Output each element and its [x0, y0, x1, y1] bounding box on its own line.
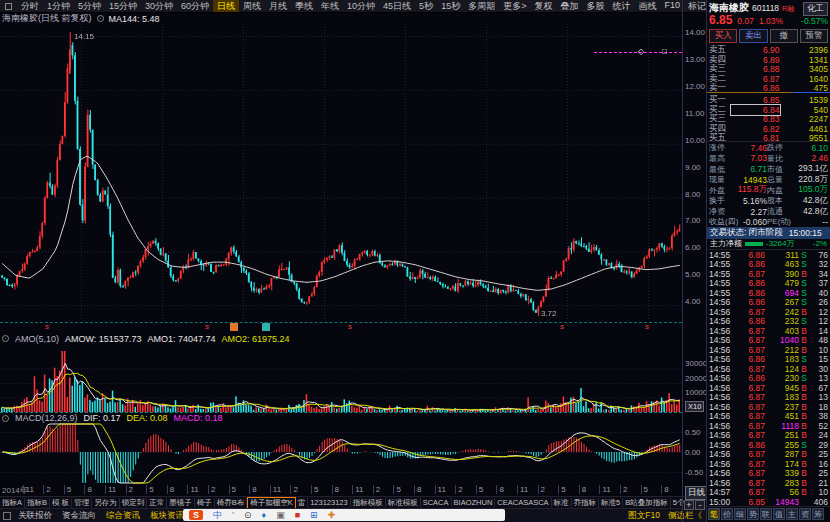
- order-book-row[interactable]: 卖五6.902396: [709, 44, 828, 54]
- zoom-in-button[interactable]: +: [684, 500, 694, 510]
- amo-name[interactable]: AMO(5,10): [15, 334, 59, 344]
- amo-volume-chart[interactable]: [0, 346, 682, 412]
- period-tab[interactable]: 多周期: [464, 0, 499, 13]
- annotation-square-handle[interactable]: □: [662, 47, 667, 56]
- tick-row[interactable]: 14:566.871118B52: [709, 421, 828, 431]
- apps-icon[interactable]: ⊞: [310, 510, 318, 520]
- tick-row[interactable]: 14:556.86479S37: [709, 278, 828, 288]
- period-tab[interactable]: 15分钟: [105, 0, 141, 13]
- mic-icon[interactable]: ♦: [262, 510, 267, 520]
- template-tab[interactable]: 标准5: [599, 498, 623, 508]
- order-book-row[interactable]: 卖三6.883405: [709, 63, 828, 73]
- tick-row[interactable]: 14:556.86311S76: [709, 250, 828, 260]
- tick-row[interactable]: 14:566.87242B12: [709, 307, 828, 317]
- tick-row[interactable]: 14:556.87390B34: [709, 269, 828, 279]
- template-tab[interactable]: 正常: [147, 498, 167, 508]
- skin-icon[interactable]: ■: [295, 510, 300, 520]
- tick-row[interactable]: 14:566.87251B24: [709, 430, 828, 440]
- alert-button[interactable]: 预警: [800, 29, 828, 43]
- panel-tab[interactable]: 笔: [708, 508, 720, 520]
- tick-row[interactable]: 14:566.87283B21: [709, 478, 828, 488]
- template-tab[interactable]: 乔指标: [572, 498, 600, 508]
- template-tab[interactable]: B站叠加指标: [623, 498, 671, 508]
- cancel-button[interactable]: 撤: [770, 29, 798, 43]
- period-tab[interactable]: 日线: [213, 0, 239, 13]
- sell-button[interactable]: 卖出: [739, 29, 767, 43]
- panel-tab[interactable]: 主: [786, 508, 798, 520]
- period-tab[interactable]: 季线: [291, 0, 317, 13]
- panel-tab[interactable]: 值: [773, 508, 785, 520]
- tick-row[interactable]: 14:556.86694S40: [709, 288, 828, 298]
- amo-gear-icon[interactable]: [2, 335, 9, 342]
- input-method-toolbar[interactable]: S中’⊙♦▣■⊞✚: [183, 509, 505, 521]
- tick-row[interactable]: 14:566.871040B48: [709, 335, 828, 345]
- template-tab[interactable]: 椅乔B布: [215, 498, 248, 508]
- order-book-row[interactable]: 买三6.832247: [709, 113, 828, 123]
- template-tab[interactable]: 锁定到: [120, 498, 148, 508]
- template-tab[interactable]: 标准: [552, 498, 572, 508]
- template-tab[interactable]: 椅子: [195, 498, 215, 508]
- screenshot-icon[interactable]: ▣: [276, 510, 285, 520]
- tool-多股[interactable]: 多股: [582, 0, 608, 13]
- tick-row[interactable]: 14:566.86255S29: [709, 440, 828, 450]
- template-tab[interactable]: 指标A: [0, 498, 25, 508]
- template-tab[interactable]: 管理: [72, 498, 92, 508]
- tick-list[interactable]: 14:556.86311S7614:556.86463S3214:556.873…: [707, 249, 830, 506]
- period-tab[interactable]: 10分钟: [343, 0, 379, 13]
- tick-row[interactable]: 14:566.87124B30: [709, 364, 828, 374]
- candlestick-chart[interactable]: [0, 24, 682, 320]
- tick-row[interactable]: 14:566.87212B10: [709, 345, 828, 355]
- macd-name[interactable]: MACD(12,26,9): [15, 413, 78, 423]
- period-tab[interactable]: 月线: [265, 0, 291, 13]
- annotation-diamond-handle[interactable]: ◇: [638, 47, 644, 56]
- tick-row[interactable]: 14:576.8756B10: [709, 487, 828, 497]
- period-more[interactable]: 更多>: [499, 0, 530, 13]
- period-tab[interactable]: 45日线: [379, 0, 415, 13]
- macd-gear-icon[interactable]: [2, 415, 9, 422]
- tool-统计[interactable]: 统计: [608, 0, 634, 13]
- template-tab[interactable]: 另存为: [92, 498, 120, 508]
- template-tab[interactable]: BIAOZHUN: [452, 498, 496, 507]
- tick-row[interactable]: 14:566.87945B67: [709, 383, 828, 393]
- tool-F10[interactable]: F10: [660, 0, 684, 13]
- indicator-gear-icon[interactable]: [97, 15, 104, 22]
- template-tab[interactable]: 雷: [296, 498, 309, 508]
- period-tab[interactable]: 30分钟: [141, 0, 177, 13]
- tool-叠加[interactable]: 叠加: [556, 0, 582, 13]
- tick-row[interactable]: 14:566.87451B38: [709, 411, 828, 421]
- template-tab[interactable]: CEACASASCA: [495, 498, 551, 507]
- panel-tab[interactable]: 势: [747, 508, 759, 520]
- template-tab[interactable]: 指标B: [25, 498, 50, 508]
- tool-复权[interactable]: 复权: [530, 0, 556, 13]
- period-tab[interactable]: 分时: [17, 0, 43, 13]
- lang-icon[interactable]: 中: [213, 510, 222, 520]
- layout-grid-icon[interactable]: [3, 512, 11, 520]
- status-right-link[interactable]: 图文F10: [628, 510, 660, 522]
- tick-row[interactable]: 14:566.86183S15: [709, 354, 828, 364]
- period-tab[interactable]: 15秒: [437, 0, 464, 13]
- status-link[interactable]: 关联报价: [14, 510, 56, 522]
- tick-row[interactable]: 14:566.87403B14: [709, 326, 828, 336]
- status-link[interactable]: 板块资讯: [146, 510, 188, 522]
- template-tab[interactable]: SCACA: [421, 498, 452, 507]
- buy-button[interactable]: 买入: [709, 29, 737, 43]
- main-net-flow-row[interactable]: 主力净额 -3264万 -2%: [707, 239, 830, 249]
- template-tab[interactable]: 指标模板: [351, 498, 386, 508]
- period-tab[interactable]: 1分钟: [43, 0, 74, 13]
- order-book-row[interactable]: 卖四6.891341: [709, 54, 828, 64]
- status-link[interactable]: 综合资讯: [102, 510, 144, 522]
- order-book-row[interactable]: 买五6.819551: [709, 132, 828, 142]
- tick-row[interactable]: 14:566.87183B13: [709, 392, 828, 402]
- tick-row[interactable]: 14:566.87287B25: [709, 449, 828, 459]
- tick-row[interactable]: 15:006.8514943406: [709, 497, 828, 506]
- period-tab[interactable]: 5分钟: [74, 0, 105, 13]
- period-tab[interactable]: 年线: [317, 0, 343, 13]
- panel-tab[interactable]: 价: [721, 508, 733, 520]
- tick-row[interactable]: 14:566.86267S26: [709, 297, 828, 307]
- template-tab[interactable]: 墨镜子: [167, 498, 195, 508]
- panel-tab[interactable]: 资: [799, 508, 811, 520]
- toolbox-icon[interactable]: ✚: [328, 510, 336, 520]
- tick-row[interactable]: 14:556.86463S32: [709, 259, 828, 269]
- tool-画线[interactable]: 画线: [634, 0, 660, 13]
- order-book-row[interactable]: 买一6.851539: [709, 94, 828, 104]
